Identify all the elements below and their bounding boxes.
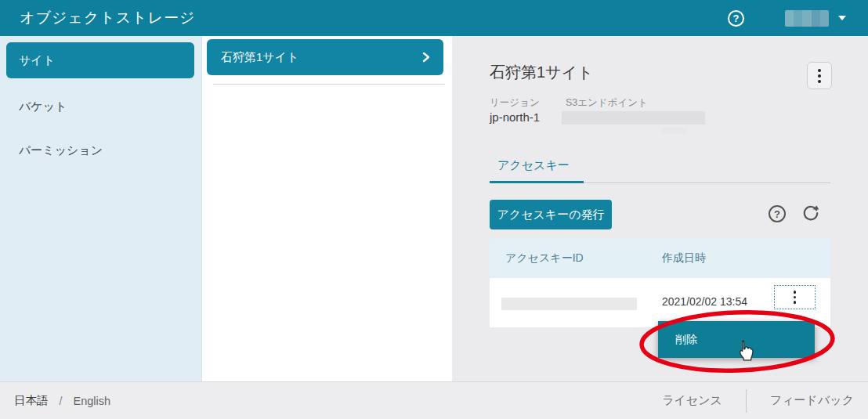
region-label: リージョン	[490, 96, 540, 110]
page-title: 石狩第1サイト	[490, 62, 594, 83]
sidebar-item-buckets[interactable]: バケット	[19, 99, 67, 114]
site-list-item-selected[interactable]: 石狩第1サイト	[207, 39, 443, 75]
lang-english-link[interactable]: English	[74, 395, 111, 407]
kebab-dot	[818, 80, 821, 83]
issue-access-key-button[interactable]: アクセスキーの発行	[490, 200, 612, 229]
redacted-username[interactable]	[785, 10, 829, 27]
redacted-s3-endpoint-line2	[662, 128, 687, 134]
main-area: サイト バケット パーミッション 石狩第1サイト 石狩第1サイト リージ	[0, 36, 868, 381]
site-list-divider	[213, 84, 445, 85]
feedback-link[interactable]: フィードバック	[770, 393, 854, 408]
kebab-dot	[818, 74, 821, 78]
tab-active-underline	[490, 181, 584, 183]
redacted-s3-endpoint	[562, 111, 705, 125]
redacted-access-key-id	[501, 298, 637, 310]
lang-separator: /	[60, 395, 63, 407]
language-switcher: 日本語 / English	[14, 393, 110, 408]
sidebar-nav: サイト バケット パーミッション	[0, 36, 202, 381]
sidebar-item-label: サイト	[19, 53, 55, 68]
help-icon[interactable]: ?	[769, 205, 786, 222]
top-bar: オブジェクトストレージ ?	[0, 0, 868, 36]
refresh-icon[interactable]	[801, 204, 820, 222]
sidebar-item-sites[interactable]: サイト	[6, 42, 194, 78]
created-at-value: 2021/02/02 13:54	[662, 295, 747, 308]
object-storage-app: オブジェクトストレージ ? サイト バケット パーミッション 石狩第1サイト	[0, 0, 868, 419]
region-value: jp-north-1	[490, 110, 540, 124]
site-list-panel: 石狩第1サイト	[202, 36, 452, 381]
kebab-dot	[794, 291, 797, 294]
footer-links: ライセンス フィードバック	[662, 389, 854, 413]
kebab-dot	[794, 301, 797, 304]
site-detail-panel: 石狩第1サイト リージョン S3エンドポイント jp-north-1 アクセスキ…	[452, 36, 868, 381]
lang-japanese-link[interactable]: 日本語	[14, 393, 49, 408]
row-actions-menu: 削除	[658, 321, 815, 358]
topbar-right-cluster: ?	[728, 0, 846, 36]
row-actions-kebab-button[interactable]	[774, 285, 816, 309]
column-access-key-id: アクセスキーID	[490, 251, 662, 265]
sidebar-item-permissions[interactable]: パーミッション	[19, 143, 103, 158]
menu-item-delete[interactable]: 削除	[658, 321, 815, 358]
site-actions-kebab-button[interactable]	[807, 62, 832, 89]
table-header-row: アクセスキーID 作成日時	[490, 239, 830, 278]
license-link[interactable]: ライセンス	[662, 393, 722, 408]
chevron-down-icon[interactable]	[838, 16, 846, 20]
app-title: オブジェクトストレージ	[20, 8, 195, 28]
access-key-table: アクセスキーID 作成日時 2021/02/02 13:54	[490, 239, 830, 327]
kebab-dot	[818, 69, 821, 72]
column-created-at: 作成日時	[662, 251, 706, 265]
table-row: 2021/02/02 13:54	[490, 278, 830, 327]
footer-divider	[746, 389, 747, 413]
help-icon[interactable]: ?	[728, 10, 744, 27]
tab-access-keys[interactable]: アクセスキー	[497, 158, 570, 173]
endpoint-label: S3エンドポイント	[566, 96, 648, 110]
site-list-item-label: 石狩第1サイト	[221, 50, 298, 65]
footer-bar: 日本語 / English ライセンス フィードバック	[0, 381, 868, 419]
kebab-dot	[794, 296, 797, 299]
chevron-right-icon	[421, 52, 431, 63]
